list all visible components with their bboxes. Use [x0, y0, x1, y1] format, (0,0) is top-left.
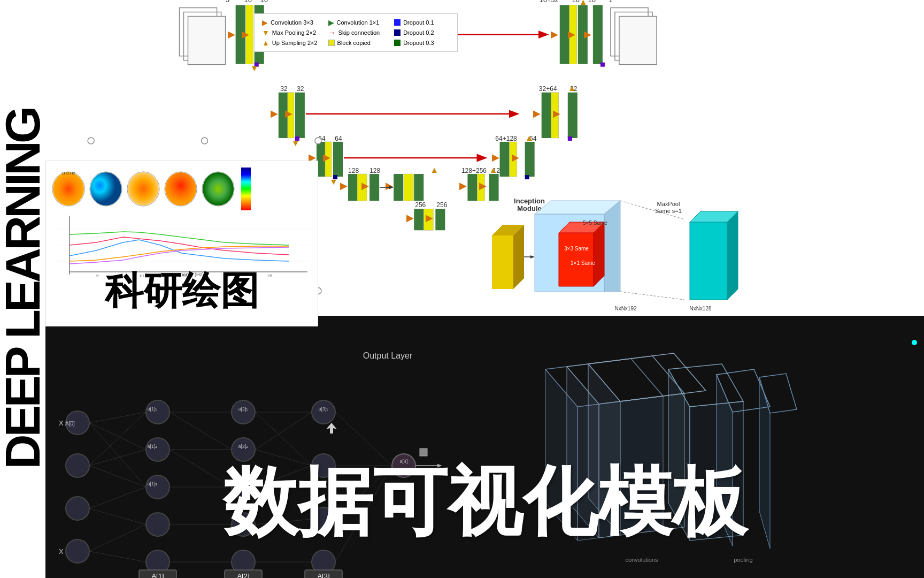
svg-text:▶: ▶ [242, 29, 249, 40]
svg-text:▶: ▶ [479, 180, 487, 191]
svg-text:▲: ▲ [525, 133, 534, 142]
svg-text:▶: ▶ [568, 29, 575, 40]
svg-line-184 [89, 508, 146, 524]
svg-rect-53 [435, 209, 445, 230]
svg-text:▶: ▶ [492, 152, 499, 163]
svg-text:X: X [59, 547, 64, 556]
svg-text:▶: ▶ [323, 152, 330, 163]
svg-line-182 [89, 466, 146, 487]
svg-text:256: 256 [436, 201, 447, 209]
legend-conv1x1: ▶ Convolution 1×1 [328, 18, 384, 27]
svg-rect-42 [357, 174, 367, 201]
svg-text:▶: ▶ [459, 180, 467, 191]
svg-point-98 [315, 138, 321, 144]
svg-rect-23 [295, 136, 299, 141]
svg-point-105 [53, 172, 84, 206]
svg-rect-31 [333, 142, 343, 177]
svg-text:▼: ▼ [250, 63, 259, 73]
svg-rect-94 [615, 12, 652, 60]
svg-text:16: 16 [244, 0, 251, 4]
svg-rect-10 [236, 5, 245, 64]
svg-text:▶: ▶ [285, 108, 292, 119]
svg-text:▶: ▶ [551, 29, 558, 40]
svg-point-162 [232, 400, 255, 424]
svg-rect-9 [188, 17, 225, 65]
svg-text:convolutions: convolutions [625, 557, 658, 563]
svg-line-185 [89, 524, 146, 551]
topomap-row: 100 Hz [46, 161, 318, 213]
svg-line-178 [89, 423, 146, 450]
dropout02-icon [394, 29, 401, 36]
svg-rect-69 [525, 142, 535, 177]
svg-text:32: 32 [280, 85, 288, 93]
svg-text:64: 64 [318, 135, 326, 142]
svg-text:a[4]: a[4] [399, 459, 407, 464]
svg-point-155 [146, 438, 170, 461]
svg-point-172 [312, 507, 335, 531]
3d-visualization-section: convolutions pooling [481, 316, 924, 578]
svg-point-157 [146, 513, 170, 536]
svg-point-102 [202, 138, 208, 144]
svg-rect-70 [510, 142, 517, 177]
svg-text:16: 16 [572, 0, 580, 4]
svg-text:A[0]: A[0] [65, 421, 75, 427]
svg-rect-71 [525, 175, 529, 179]
neural-network-svg: Output Layer X A[0] X a[1]₁ a[1]₂ a[1]₃ … [45, 316, 481, 578]
svg-point-110 [128, 172, 159, 206]
svg-rect-8 [183, 12, 221, 60]
legend-conv1x1-label: Convolution 1×1 [337, 19, 380, 26]
research-card: 100 Hz [45, 161, 318, 326]
svg-rect-87 [593, 5, 603, 64]
svg-rect-79 [551, 93, 559, 138]
legend-block-copied: Block copied [328, 39, 384, 47]
svg-text:▶: ▶ [271, 108, 278, 119]
svg-rect-32 [325, 142, 332, 177]
dropout01-icon [394, 19, 401, 26]
svg-text:MaxPool: MaxPool [657, 201, 680, 207]
svg-rect-22 [288, 93, 294, 138]
svg-rect-7 [179, 7, 217, 56]
line-chart: 5 10 15 20 25 Frequency (Hz) [51, 213, 312, 277]
svg-text:256: 256 [415, 201, 426, 209]
svg-text:▼: ▼ [291, 138, 300, 148]
svg-text:▶: ▶ [533, 108, 541, 119]
svg-text:▶: ▶ [584, 29, 591, 40]
legend-dropout03-label: Dropout 0.3 [403, 40, 434, 46]
svg-text:X: X [59, 419, 64, 427]
svg-text:Same s=1: Same s=1 [655, 208, 682, 214]
svg-rect-44 [404, 174, 413, 201]
svg-text:▶: ▶ [386, 180, 393, 191]
input-node-4 [66, 539, 89, 563]
svg-point-230 [912, 340, 917, 345]
neural-network-section: Output Layer X A[0] X a[1]₁ a[1]₂ a[1]₃ … [45, 316, 481, 578]
svg-marker-145 [727, 211, 738, 300]
3d-viz-svg: convolutions pooling [481, 316, 924, 578]
svg-text:16: 16 [260, 0, 268, 4]
svg-line-188 [170, 412, 232, 450]
svg-line-190 [170, 450, 232, 487]
svg-rect-54 [424, 209, 433, 230]
colorbar [241, 168, 251, 210]
legend-dropout02: Dropout 0.2 [394, 28, 450, 37]
svg-text:a[1]₂: a[1]₂ [147, 444, 157, 449]
output-layer-label: Output Layer [363, 351, 413, 360]
svg-text:a[2]₁: a[2]₁ [238, 406, 248, 412]
svg-text:3: 3 [226, 0, 229, 4]
legend-maxpool: ▼ Max Pooling 2×2 [262, 28, 318, 37]
svg-line-201 [335, 412, 392, 466]
svg-marker-128 [492, 235, 513, 289]
dropout03-icon [394, 40, 401, 46]
svg-text:A[1]: A[1] [151, 572, 164, 578]
svg-text:64: 64 [335, 135, 342, 142]
topomap-5 [201, 170, 236, 208]
svg-text:▶: ▶ [426, 212, 433, 223]
svg-point-175 [392, 454, 415, 477]
topomap-4 [164, 170, 198, 208]
svg-text:1×1 Same: 1×1 Same [571, 260, 595, 266]
svg-point-100 [88, 138, 94, 144]
svg-rect-41 [369, 174, 379, 201]
svg-point-170 [312, 400, 335, 424]
svg-rect-13 [255, 63, 259, 67]
legend-upsample-label: Up Sampling 2×2 [272, 40, 318, 46]
svg-rect-20 [279, 93, 288, 138]
